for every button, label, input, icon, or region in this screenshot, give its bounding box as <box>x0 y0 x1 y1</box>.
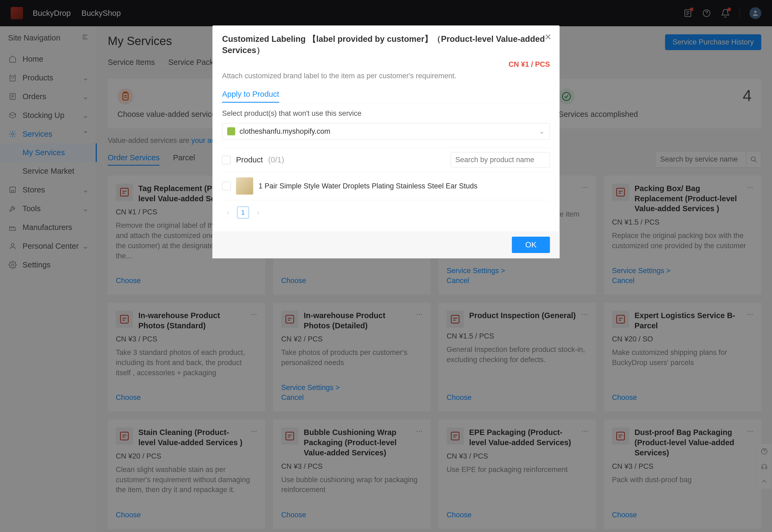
product-image <box>236 177 253 195</box>
modal: ✕ Customized Labeling 【label provided by… <box>213 25 560 258</box>
modal-title: Customized Labeling 【label provided by c… <box>222 34 550 56</box>
product-label: Product <box>236 155 263 164</box>
pager-prev[interactable]: ‹ <box>222 207 234 218</box>
modal-hint: Select product(s) that won't use this se… <box>222 109 550 118</box>
product-list-header: Product (0/1) <box>222 148 550 172</box>
modal-subtitle: Attach customized brand label to the ite… <box>222 72 550 80</box>
product-search-input[interactable] <box>451 152 550 168</box>
modal-footer: OK <box>213 231 560 258</box>
pager-next[interactable]: › <box>252 207 264 218</box>
chevron-down-icon: ⌄ <box>539 127 545 136</box>
modal-price: CN ¥1 / PCS <box>509 60 550 69</box>
ok-button[interactable]: OK <box>512 237 550 253</box>
product-checkbox[interactable] <box>222 182 231 190</box>
modal-close-button[interactable]: ✕ <box>544 32 552 42</box>
product-row[interactable]: 1 Pair Simple Style Water Droplets Plati… <box>222 172 550 200</box>
pager-page-1[interactable]: 1 <box>237 207 249 218</box>
select-all-checkbox[interactable] <box>222 156 231 164</box>
pagination: ‹ 1 › <box>222 200 550 225</box>
product-count: (0/1) <box>268 155 284 164</box>
product-name: 1 Pair Simple Style Water Droplets Plati… <box>259 182 478 190</box>
shopify-icon <box>227 127 235 135</box>
modal-tab-apply[interactable]: Apply to Product <box>222 87 279 103</box>
store-name: clotheshanfu.myshopify.com <box>240 127 331 136</box>
store-select[interactable]: clotheshanfu.myshopify.com ⌄ <box>222 123 550 140</box>
